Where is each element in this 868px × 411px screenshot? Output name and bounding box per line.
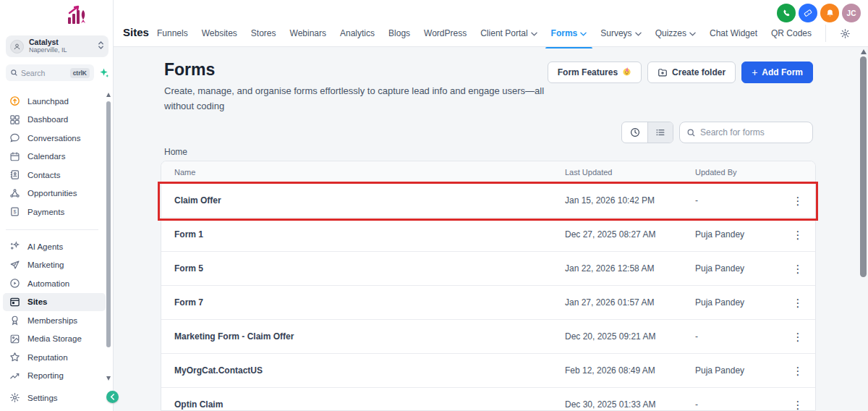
settings-icon bbox=[9, 392, 20, 403]
table-row[interactable]: Claim Offer Jan 15, 2026 10:42 PM - ⋮ bbox=[161, 184, 815, 218]
sites-settings-gear-icon[interactable] bbox=[840, 28, 851, 39]
sidebar-collapse-button[interactable] bbox=[106, 391, 119, 403]
row-menu-button[interactable]: ⋮ bbox=[788, 226, 808, 243]
tab-forms[interactable]: Forms bbox=[551, 25, 587, 41]
clock-icon bbox=[630, 127, 640, 137]
updated-by-cell: - bbox=[695, 399, 780, 410]
table-row[interactable]: Form 5 Jan 22, 2026 12:58 AM Puja Pandey… bbox=[161, 252, 815, 286]
sidebar-item-automation[interactable]: Automation bbox=[0, 274, 109, 293]
media-storage-icon bbox=[9, 334, 20, 344]
page-scrollbar-thumb[interactable] bbox=[860, 56, 867, 277]
page-scrollbar[interactable] bbox=[859, 47, 867, 411]
add-form-button[interactable]: + Add Form bbox=[741, 62, 813, 83]
table-row[interactable]: Form 7 Jan 27, 2026 01:57 AM Puja Pandey… bbox=[161, 286, 815, 320]
sidebar-item-dashboard[interactable]: Dashboard bbox=[0, 111, 109, 130]
sidebar-scrollbar-thumb[interactable] bbox=[106, 101, 111, 347]
forms-search-input[interactable] bbox=[700, 127, 801, 137]
tab-client-portal[interactable]: Client Portal bbox=[480, 25, 537, 41]
form-name-link[interactable]: MyOrgCat.ContactUS bbox=[174, 365, 565, 376]
column-name: Name bbox=[174, 168, 565, 177]
form-name-link[interactable]: Form 5 bbox=[174, 263, 565, 274]
row-menu-button[interactable]: ⋮ bbox=[788, 295, 808, 311]
sidebar-item-ai-agents[interactable]: AI Agents bbox=[0, 237, 109, 256]
column-last-updated: Last Updated bbox=[565, 168, 695, 177]
tab-chat-widget[interactable]: Chat Widget bbox=[710, 25, 757, 41]
sidebar-scrollbar[interactable] bbox=[106, 93, 111, 381]
form-name-link[interactable]: Form 1 bbox=[174, 229, 565, 240]
form-name-link[interactable]: Form 7 bbox=[174, 297, 565, 308]
updated-by-cell: Puja Pandey bbox=[695, 263, 780, 274]
sidebar-item-settings[interactable]: Settings bbox=[0, 389, 109, 407]
tab-stores[interactable]: Stores bbox=[251, 25, 276, 41]
ai-agents-icon bbox=[9, 241, 20, 252]
conversations-icon bbox=[9, 132, 20, 143]
chevron-down-icon bbox=[635, 32, 642, 36]
global-search[interactable]: ctrlK bbox=[6, 64, 94, 81]
scroll-up-icon[interactable] bbox=[861, 49, 867, 54]
header-actions: Form Features Create folder + Add Form bbox=[548, 62, 813, 83]
brand-logo bbox=[64, 4, 93, 27]
account-switcher[interactable]: Catalyst Naperville, IL bbox=[6, 35, 109, 57]
breadcrumb[interactable]: Home bbox=[164, 147, 187, 157]
row-menu-button[interactable]: ⋮ bbox=[788, 192, 808, 209]
tab-webinars[interactable]: Webinars bbox=[290, 25, 326, 41]
sidebar-item-launchpad[interactable]: Launchpad bbox=[0, 92, 109, 111]
sidebar-item-memberships[interactable]: Memberships bbox=[0, 311, 109, 330]
sidebar-item-sites[interactable]: Sites bbox=[3, 293, 106, 312]
row-menu-button[interactable]: ⋮ bbox=[788, 329, 808, 345]
create-folder-button[interactable]: Create folder bbox=[647, 62, 736, 83]
sidebar-item-contacts[interactable]: Contacts bbox=[0, 166, 109, 185]
form-name-link[interactable]: Optin Claim bbox=[174, 399, 565, 410]
sidebar-item-payments[interactable]: $ Payments bbox=[0, 203, 109, 221]
phone-button[interactable] bbox=[777, 4, 796, 22]
tab-quizzes[interactable]: Quizzes bbox=[655, 25, 696, 41]
sidebar-item-conversations[interactable]: Conversations bbox=[0, 129, 109, 148]
view-toggle bbox=[621, 122, 673, 143]
svg-text:$: $ bbox=[14, 209, 17, 214]
notifications-bell-button[interactable] bbox=[820, 4, 839, 22]
scroll-down-icon[interactable] bbox=[106, 376, 111, 381]
tab-websites[interactable]: Websites bbox=[202, 25, 237, 41]
form-name-link[interactable]: Claim Offer bbox=[174, 195, 565, 206]
page-title: Forms bbox=[164, 60, 215, 80]
table-row[interactable]: Marketing Form - Claim Offer Dec 20, 202… bbox=[161, 320, 815, 354]
table-row[interactable]: MyOrgCat.ContactUS Feb 12, 2026 08:49 AM… bbox=[161, 354, 815, 388]
ai-sparkle-button[interactable] bbox=[98, 67, 109, 78]
tab-surveys[interactable]: Surveys bbox=[600, 25, 641, 41]
row-menu-button[interactable]: ⋮ bbox=[788, 397, 808, 411]
tab-funnels[interactable]: Funnels bbox=[157, 25, 188, 41]
sidebar-item-calendars[interactable]: Calendars bbox=[0, 148, 109, 166]
reporting-icon bbox=[9, 370, 20, 381]
sidebar-item-marketing[interactable]: Marketing bbox=[0, 256, 109, 275]
ticket-button[interactable] bbox=[799, 4, 817, 22]
automation-icon bbox=[9, 278, 20, 289]
sidebar-item-reputation[interactable]: Reputation bbox=[0, 348, 109, 367]
recent-view-button[interactable] bbox=[622, 122, 647, 143]
last-updated-cell: Jan 27, 2026 01:57 AM bbox=[565, 297, 695, 308]
marketing-icon bbox=[9, 260, 20, 271]
topbar-quick-icons: JC bbox=[777, 4, 861, 22]
row-menu-button[interactable]: ⋮ bbox=[788, 363, 808, 379]
forms-search[interactable] bbox=[679, 122, 813, 143]
sidebar-item-reporting[interactable]: Reporting bbox=[0, 367, 109, 386]
sidebar-item-opportunities[interactable]: Opportunities bbox=[0, 185, 109, 203]
tab-qr-codes[interactable]: QR Codes bbox=[771, 25, 812, 41]
list-toolbar bbox=[621, 122, 813, 143]
account-name: Catalyst bbox=[29, 38, 98, 46]
scroll-up-icon[interactable] bbox=[106, 93, 111, 97]
calendars-icon bbox=[9, 151, 20, 162]
table-header: Name Last Updated Updated By bbox=[161, 161, 815, 184]
table-row[interactable]: Optin Claim Dec 30, 2025 01:33 AM - ⋮ bbox=[161, 388, 815, 411]
last-updated-cell: Dec 20, 2025 09:21 AM bbox=[565, 331, 695, 342]
form-name-link[interactable]: Marketing Form - Claim Offer bbox=[174, 331, 565, 342]
tab-blogs[interactable]: Blogs bbox=[388, 25, 410, 41]
form-features-button[interactable]: Form Features bbox=[548, 62, 642, 83]
tab-wordpress[interactable]: WordPress bbox=[424, 25, 467, 41]
row-menu-button[interactable]: ⋮ bbox=[788, 260, 808, 277]
sidebar-item-media-storage[interactable]: Media Storage bbox=[0, 330, 109, 349]
user-avatar[interactable]: JC bbox=[842, 4, 861, 22]
global-search-input[interactable] bbox=[21, 69, 61, 77]
list-view-button[interactable] bbox=[647, 122, 673, 143]
table-row[interactable]: Form 1 Dec 27, 2025 08:27 AM Puja Pandey… bbox=[161, 218, 815, 252]
tab-analytics[interactable]: Analytics bbox=[340, 25, 375, 41]
